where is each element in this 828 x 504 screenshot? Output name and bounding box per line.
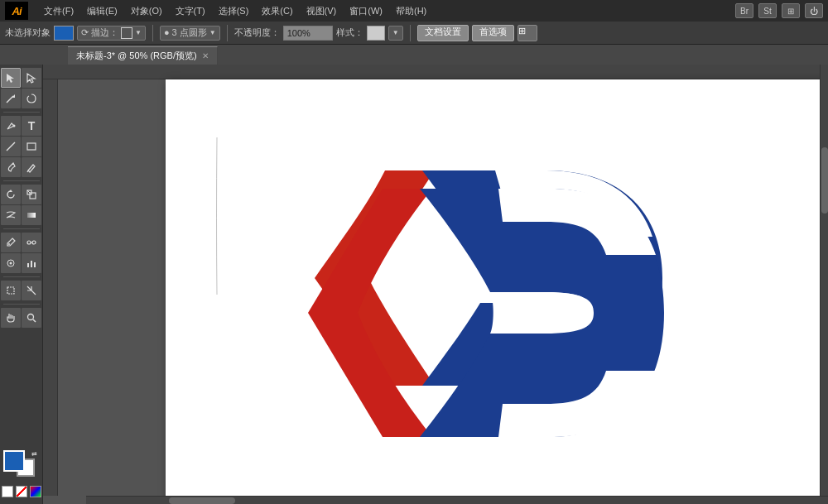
document-tab[interactable]: 未标题-3* @ 50% (RGB/预览) ✕ <box>68 46 218 65</box>
svg-point-23 <box>28 314 34 320</box>
fill-color-box[interactable] <box>54 26 74 41</box>
svg-rect-21 <box>34 262 36 267</box>
gradient-tool[interactable] <box>22 205 41 225</box>
pen-tool[interactable] <box>1 116 21 136</box>
tab-bar: 未标题-3* @ 50% (RGB/预览) ✕ <box>0 45 828 65</box>
stock-button[interactable]: St <box>758 3 777 18</box>
type-tool[interactable]: T <box>22 116 41 136</box>
stroke-dropdown[interactable]: ⟳ 描边： ▼ <box>77 26 146 41</box>
direct-select-tool[interactable] <box>22 68 41 88</box>
select-tool[interactable] <box>1 68 21 88</box>
title-bar: Ai 文件(F) 编辑(E) 对象(O) 文字(T) 选择(S) 效果(C) 视… <box>0 0 828 22</box>
menu-window[interactable]: 窗口(W) <box>344 3 388 19</box>
vertical-scrollbar[interactable] <box>820 65 828 496</box>
menu-select[interactable]: 选择(S) <box>213 3 255 19</box>
white-swatch[interactable] <box>2 486 13 497</box>
style-label: 样式： <box>336 26 363 39</box>
tool-row-8 <box>1 233 41 252</box>
line-tool[interactable] <box>1 137 21 156</box>
none-swatch[interactable] <box>16 486 27 497</box>
svg-point-18 <box>10 262 12 265</box>
preferences-button[interactable]: 首选项 <box>472 25 514 41</box>
stroke-chevron-icon: ▼ <box>135 29 142 36</box>
doc-settings-button[interactable]: 文档设置 <box>417 25 469 41</box>
scale-tool[interactable] <box>22 185 41 204</box>
svg-rect-20 <box>31 261 32 267</box>
svg-line-5 <box>7 142 15 151</box>
menu-text[interactable]: 文字(T) <box>170 3 211 19</box>
tool-row-2 <box>1 89 41 108</box>
stroke-artifact <box>211 129 224 311</box>
tool-row-11 <box>1 308 41 328</box>
tool-sep-4 <box>3 276 40 277</box>
lasso-tool[interactable] <box>22 89 41 108</box>
ai-logo-icon: Ai <box>5 2 28 20</box>
menu-help[interactable]: 帮助(H) <box>390 3 432 19</box>
horizontal-scrollbar[interactable] <box>86 496 828 504</box>
brush-tool[interactable] <box>1 157 21 177</box>
tool-row-1 <box>1 68 41 88</box>
main-area: T <box>0 65 828 504</box>
swap-colors-icon[interactable]: ⇄ <box>31 450 40 458</box>
tab-close-icon[interactable]: ✕ <box>202 51 209 60</box>
style-dropdown[interactable]: ▼ <box>388 26 403 41</box>
svg-marker-0 <box>7 74 14 83</box>
eyedrop-tool[interactable] <box>1 233 21 252</box>
power-icon[interactable]: ⏻ <box>805 3 823 18</box>
menu-edit[interactable]: 编辑(E) <box>81 3 123 19</box>
point-type-label: ● 3 点圆形 <box>164 26 207 39</box>
swatch-controls <box>2 486 41 497</box>
blend-tool[interactable] <box>22 233 41 252</box>
bridge-button[interactable]: Br <box>735 3 753 18</box>
tool-sep-3 <box>3 228 40 229</box>
tool-row-7 <box>1 205 41 225</box>
artboard-tool[interactable] <box>1 281 21 300</box>
tool-sep-5 <box>3 304 40 305</box>
tool-row-6 <box>1 185 41 204</box>
title-bar-right: Br St ⊞ ⏻ <box>735 3 823 18</box>
pencil-tool[interactable] <box>22 157 41 177</box>
arrange-button[interactable]: ⊞ <box>518 25 537 41</box>
carrefour-logo-main <box>300 147 672 481</box>
menu-effects[interactable]: 效果(C) <box>256 3 298 19</box>
separator-3 <box>410 25 411 41</box>
gradient-swatch[interactable] <box>30 486 41 497</box>
rotate-tool[interactable] <box>1 185 21 204</box>
svg-point-15 <box>32 241 36 244</box>
grid-icon[interactable]: ⊞ <box>782 3 800 18</box>
menu-object[interactable]: 对象(O) <box>125 3 168 19</box>
separator-1 <box>152 25 153 41</box>
menu-file[interactable]: 文件(F) <box>38 3 79 19</box>
h-scroll-thumb[interactable] <box>169 497 235 504</box>
svg-marker-1 <box>27 74 35 83</box>
rect-tool[interactable] <box>22 137 41 156</box>
svg-line-7 <box>27 170 28 172</box>
canvas-area[interactable]: // ruler ticks will be drawn via inline <box>43 65 828 504</box>
svg-point-13 <box>8 243 10 245</box>
svg-line-2 <box>7 96 13 103</box>
svg-point-14 <box>27 241 31 244</box>
tool-sep-1 <box>3 112 40 113</box>
toolbox: T <box>0 65 43 504</box>
slice-tool[interactable] <box>22 281 41 300</box>
vertical-ruler <box>43 79 58 496</box>
svg-rect-12 <box>27 213 36 218</box>
svg-line-24 <box>33 319 36 322</box>
warp-tool[interactable] <box>1 205 21 225</box>
control-bar: 未选择对象 ⟳ 描边： ▼ ● 3 点圆形 ▼ 不透明度： 样式： ▼ 文档设置… <box>0 22 828 45</box>
hand-tool[interactable] <box>1 308 21 328</box>
tab-label: 未标题-3* @ 50% (RGB/预览) <box>76 50 197 62</box>
style-box[interactable] <box>367 26 385 41</box>
tool-row-5 <box>1 157 41 177</box>
magic-wand-tool[interactable] <box>1 89 21 108</box>
foreground-color-swatch[interactable] <box>3 450 25 472</box>
opacity-input[interactable] <box>283 26 333 41</box>
column-chart-tool[interactable] <box>22 253 41 273</box>
symbol-tool[interactable] <box>1 253 21 273</box>
v-scroll-thumb[interactable] <box>821 147 828 214</box>
color-swatches: ⇄ <box>0 447 45 501</box>
menu-view[interactable]: 视图(V) <box>301 3 343 19</box>
stroke-label: 描边： <box>91 26 118 39</box>
point-type-dropdown[interactable]: ● 3 点圆形 ▼ <box>160 26 220 41</box>
zoom-tool[interactable] <box>22 308 41 328</box>
